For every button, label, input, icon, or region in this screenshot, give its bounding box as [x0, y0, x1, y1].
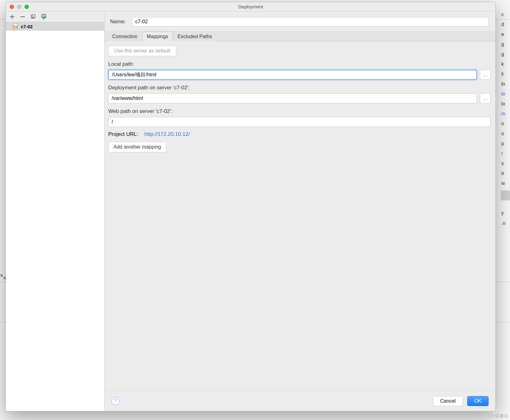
- help-button[interactable]: ?: [111, 397, 119, 405]
- cancel-button[interactable]: Cancel: [433, 396, 463, 406]
- browse-deploy-path-button[interactable]: ...: [480, 93, 490, 103]
- name-label: Name:: [110, 19, 126, 25]
- project-url-label: Project URL:: [108, 131, 138, 137]
- local-path-input[interactable]: [108, 70, 477, 80]
- bg-list-item: p: [501, 141, 510, 151]
- sidebar-toolbar: [6, 11, 104, 22]
- tab-excluded-paths[interactable]: Excluded Paths: [173, 32, 217, 41]
- bg-list-item: tr: [501, 171, 510, 181]
- tab-connection[interactable]: Connection: [108, 32, 142, 41]
- watermark-text: 亿速云: [495, 413, 508, 419]
- bg-list-item: g: [501, 51, 510, 61]
- deploy-path-label: Deployment path on server 'c7-02':: [108, 85, 490, 91]
- bg-list-item: [501, 200, 510, 210]
- bg-list-item: m: [501, 111, 510, 121]
- server-list: sftp c7-02: [6, 22, 104, 411]
- ok-button[interactable]: OK: [467, 396, 489, 406]
- web-path-row: [108, 117, 490, 127]
- project-url-row: Project URL: http://172.20.10.12/: [108, 131, 490, 137]
- bg-list-item: .u: [501, 220, 510, 230]
- maximize-icon[interactable]: [25, 5, 29, 9]
- sidebar-item-server[interactable]: sftp c7-02: [6, 22, 104, 31]
- tab-bar: Connection Mappings Excluded Paths: [105, 31, 495, 41]
- tab-mappings[interactable]: Mappings: [142, 32, 173, 41]
- titlebar: Deployment: [6, 2, 495, 11]
- dialog-body: sftp c7-02 Name: Connection Mappings Exc…: [6, 11, 495, 411]
- name-row: Name:: [105, 11, 495, 31]
- bg-list-item: r: [501, 151, 510, 161]
- sftp-file-icon: sftp: [13, 23, 18, 29]
- bg-list-item: lo: [501, 91, 510, 101]
- deployment-dialog: Deployment: [6, 2, 496, 411]
- validate-server-button[interactable]: [41, 14, 47, 20]
- web-path-label: Web path on server 'c7-02':: [108, 108, 490, 114]
- bg-list-item: li: [501, 71, 510, 81]
- sidebar-item-label: c7-02: [21, 24, 33, 29]
- browse-local-path-button[interactable]: ...: [480, 70, 490, 80]
- local-path-label: Local path:: [108, 61, 490, 67]
- copy-server-button[interactable]: [30, 14, 36, 20]
- main-panel: Name: Connection Mappings Excluded Paths…: [105, 11, 495, 411]
- bg-list-item: [501, 190, 510, 200]
- web-path-input[interactable]: [108, 117, 490, 127]
- bg-file-list: cdeggklilololomnoprstrwy.u: [501, 12, 510, 230]
- server-sidebar: sftp c7-02: [6, 11, 105, 411]
- dialog-footer: ? Cancel OK: [105, 391, 495, 411]
- bg-list-item: g: [501, 42, 510, 51]
- bg-list-item: k: [501, 61, 510, 71]
- mappings-panel: Use this server as default Local path: .…: [105, 41, 495, 391]
- server-name-input[interactable]: [132, 17, 489, 26]
- bg-list-item: lo: [501, 101, 510, 111]
- bg-list-item: y: [501, 210, 510, 220]
- bg-list-item: c: [501, 12, 510, 22]
- minimize-icon[interactable]: [17, 5, 21, 9]
- use-as-default-button[interactable]: Use this server as default: [108, 46, 176, 56]
- bg-list-item: s: [501, 161, 510, 171]
- add-mapping-button[interactable]: Add another mapping: [108, 142, 166, 152]
- svg-rect-0: [20, 16, 25, 17]
- bg-list-item: n: [501, 121, 510, 131]
- remove-server-button[interactable]: [20, 14, 26, 20]
- dialog-title: Deployment: [6, 4, 495, 9]
- close-icon[interactable]: [10, 5, 14, 9]
- bg-list-item: lo: [501, 81, 510, 91]
- project-url-link[interactable]: http://172.20.10.12/: [144, 131, 190, 137]
- watermark: 亿速云: [488, 413, 508, 419]
- deploy-path-input[interactable]: [108, 93, 477, 103]
- bg-list-item: e: [501, 32, 510, 42]
- local-path-row: ...: [108, 70, 490, 80]
- add-server-button[interactable]: [9, 14, 15, 20]
- bg-list-item: o: [501, 131, 510, 141]
- footer-buttons: Cancel OK: [433, 396, 489, 406]
- window-controls: [6, 5, 29, 9]
- svg-rect-2: [32, 14, 35, 18]
- deploy-path-row: ...: [108, 93, 490, 103]
- bg-list-item: d: [501, 22, 510, 32]
- bg-list-item: w: [501, 181, 510, 190]
